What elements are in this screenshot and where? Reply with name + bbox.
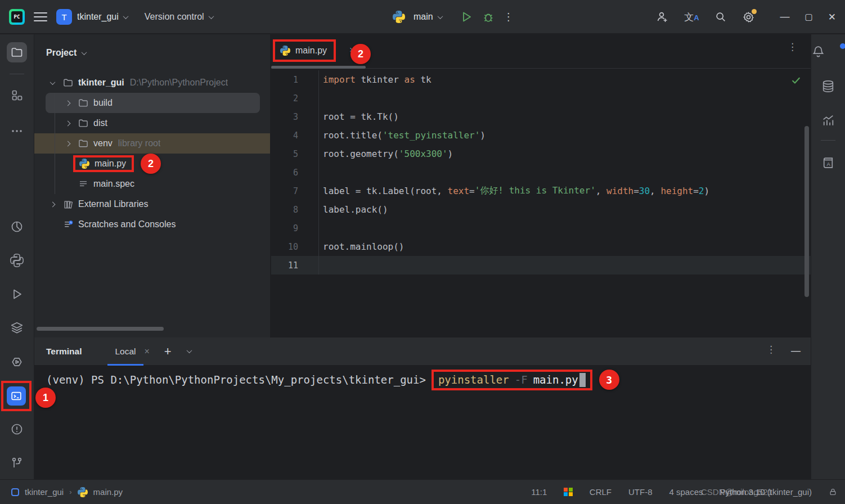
tree-item-scratches-and-consoles[interactable]: Scratches and Consoles (34, 214, 270, 235)
tree-item-label: tkinter_gui (78, 78, 124, 88)
project-widget[interactable]: T tkinter_gui (56, 9, 128, 25)
terminal-tab-close-icon[interactable]: × (145, 346, 150, 357)
new-terminal-icon[interactable]: + (164, 344, 172, 359)
chevron-down-icon (208, 14, 214, 19)
code-line-9[interactable]: 9 (271, 219, 811, 237)
code-text (318, 163, 323, 182)
caret-position-widget[interactable]: 11:1 (531, 487, 547, 497)
database-tool-button[interactable] (821, 79, 835, 93)
vcs-widget-label: Version control (145, 12, 204, 22)
tree-item-dist[interactable]: dist (34, 113, 270, 133)
tree-item-venv[interactable]: venvlibrary root (34, 133, 270, 154)
editor-vertical-scrollbar[interactable] (804, 126, 809, 297)
chevron-down-icon[interactable] (48, 81, 57, 85)
window-maximize-button[interactable]: ▢ (805, 12, 813, 22)
tree-item-tkinter-gui[interactable]: tkinter_guiD:\Python\PythonProject (34, 73, 270, 93)
encoding-widget[interactable]: UTF-8 (628, 487, 653, 497)
terminal-options-chevron-icon[interactable] (186, 348, 192, 353)
terminal-line[interactable]: (venv) PS D:\Python\PythonProjects\My_pr… (46, 367, 811, 393)
code-text: root.mainloop() (318, 237, 404, 256)
window-minimize-button[interactable]: — (780, 11, 790, 22)
python-packages-tool-button[interactable] (10, 254, 24, 267)
annotation-badge-1: 1 (35, 388, 56, 408)
translate-icon[interactable]: 文A (684, 11, 699, 24)
run-tool-button[interactable] (10, 287, 24, 301)
tree-item-label: dist (93, 118, 107, 128)
project-tool-button[interactable] (7, 42, 27, 62)
terminal-tab-local[interactable]: Local (107, 338, 143, 365)
services-hexagon-tool-button[interactable] (10, 355, 24, 369)
debug-button[interactable] (482, 10, 495, 24)
main-menu-hamburger-icon[interactable] (34, 10, 47, 24)
annotation-badge-3: 3 (599, 370, 619, 390)
windows-icon[interactable] (564, 488, 573, 497)
more-tool-windows-button[interactable] (10, 124, 24, 138)
code-line-4[interactable]: 4root.title('test_pyinstaller') (271, 126, 811, 145)
editor-tab-main-py[interactable]: main.py (273, 39, 336, 62)
code-line-7[interactable]: 7label = tk.Label(root, text='你好! this i… (271, 182, 811, 200)
breadcrumb-separator: › (69, 488, 71, 496)
line-number: 10 (271, 242, 298, 252)
chevron-right-icon[interactable] (48, 202, 57, 206)
tree-item-main-py[interactable]: main.py2 (34, 154, 270, 174)
terminal-tool-button[interactable] (7, 386, 26, 406)
more-actions-icon[interactable]: ⋮ (504, 15, 514, 19)
code-line-5[interactable]: 5root.geometry('500x300') (271, 145, 811, 163)
code-line-10[interactable]: 10root.mainloop() (271, 237, 811, 256)
code-line-11[interactable]: 11 (271, 256, 811, 274)
code-line-8[interactable]: 8label.pack() (271, 200, 811, 219)
coverage-pie-tool-button[interactable] (10, 220, 24, 233)
search-everywhere-icon[interactable] (714, 11, 727, 23)
python-logo-icon (393, 11, 405, 23)
structure-tool-button[interactable] (10, 88, 24, 102)
terminal-minimize-icon[interactable]: — (791, 345, 801, 357)
tab-bar-more-icon[interactable]: ⋮ (788, 44, 797, 50)
chevron-right-icon[interactable] (63, 142, 72, 146)
tree-item-build[interactable]: build (34, 93, 270, 113)
breadcrumb-project[interactable]: tkinter_gui (25, 487, 64, 497)
vcs-widget[interactable]: Version control (145, 12, 213, 22)
project-panel-header[interactable]: Project (34, 34, 270, 58)
terminal-output[interactable]: (venv) PS D:\Python\PythonProjects\My_pr… (34, 366, 811, 393)
editor-area: main.py × 2 ⋮ 1import tkinter as tk23roo… (271, 34, 811, 338)
run-button[interactable] (460, 10, 473, 24)
lock-icon[interactable] (829, 488, 837, 496)
project-avatar: T (56, 9, 72, 25)
code-line-6[interactable]: 6 (271, 163, 811, 182)
title-bar: PC T tkinter_gui Version control main (0, 0, 845, 34)
version-control-tool-button[interactable] (10, 456, 24, 470)
code-area[interactable]: 1import tkinter as tk23root = tk.Tk()4ro… (271, 69, 811, 338)
project-tree: tkinter_guiD:\Python\PythonProjectbuildd… (34, 73, 270, 235)
problems-tool-button[interactable] (10, 422, 24, 436)
code-text (318, 219, 323, 237)
documentation-book-icon[interactable]: A (821, 156, 835, 170)
terminal-title: Terminal (46, 346, 82, 357)
code-with-me-add-user-icon[interactable] (655, 10, 669, 24)
pycharm-logo-icon[interactable]: PC (9, 9, 25, 25)
right-tool-stripe: A (811, 34, 845, 479)
code-line-2[interactable]: 2 (271, 89, 811, 107)
code-line-1[interactable]: 1import tkinter as tk (271, 70, 811, 89)
line-number: 1 (271, 75, 298, 85)
services-layers-tool-button[interactable] (10, 321, 24, 335)
indent-widget[interactable]: 4 spaces (669, 487, 703, 497)
notifications-bell-icon[interactable] (811, 44, 845, 58)
plots-chart-tool-button[interactable] (821, 114, 835, 128)
code-lines: 1import tkinter as tk23root = tk.Tk()4ro… (271, 70, 811, 274)
run-configuration-selector[interactable]: main (413, 12, 442, 22)
line-ending-widget[interactable]: CRLF (590, 487, 612, 497)
line-number: 9 (271, 223, 298, 233)
chevron-right-icon[interactable] (63, 101, 72, 105)
tree-item-main-spec[interactable]: main.spec (34, 174, 270, 194)
code-line-3[interactable]: 3root = tk.Tk() (271, 107, 811, 126)
settings-gear-icon[interactable] (742, 11, 755, 24)
breadcrumb-file[interactable]: main.py (93, 487, 123, 497)
window-close-button[interactable]: ✕ (828, 11, 836, 23)
chevron-right-icon[interactable] (63, 122, 72, 125)
tree-item-external-libraries[interactable]: External Libraries (34, 194, 270, 214)
run-config-label: main (413, 12, 433, 22)
pycharm-window: PC T tkinter_gui Version control main (0, 0, 845, 504)
terminal-more-icon[interactable]: ⋮ (766, 347, 776, 352)
project-horizontal-scrollbar[interactable] (37, 327, 164, 331)
terminal-cursor (579, 373, 586, 387)
